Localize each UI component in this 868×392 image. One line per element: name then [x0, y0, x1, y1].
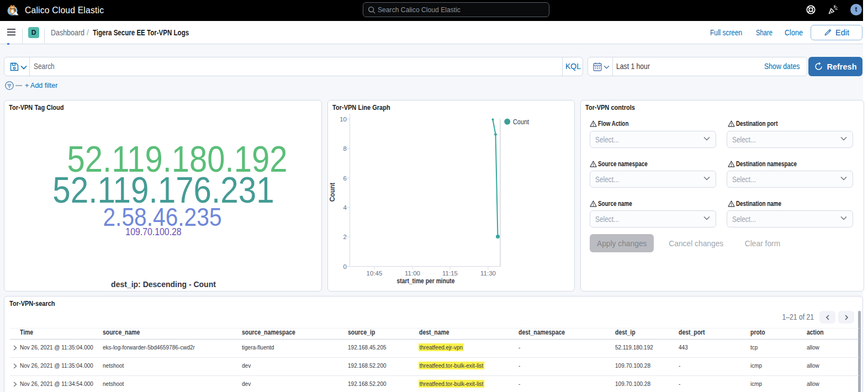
svg-text:start_time per minute: start_time per minute [397, 277, 455, 285]
svg-text:11:15: 11:15 [442, 270, 458, 277]
svg-text:11:30: 11:30 [480, 270, 496, 277]
svg-text:11:00: 11:00 [405, 270, 420, 277]
svg-text:8: 8 [343, 145, 347, 152]
svg-text:10:45: 10:45 [367, 270, 383, 277]
svg-text:10: 10 [340, 116, 347, 123]
svg-text:Count: Count [329, 183, 336, 202]
svg-text:2: 2 [343, 234, 347, 240]
svg-text:0: 0 [343, 263, 347, 270]
svg-text:6: 6 [343, 175, 347, 182]
svg-text:Count: Count [513, 118, 529, 126]
svg-text:4: 4 [343, 204, 347, 211]
